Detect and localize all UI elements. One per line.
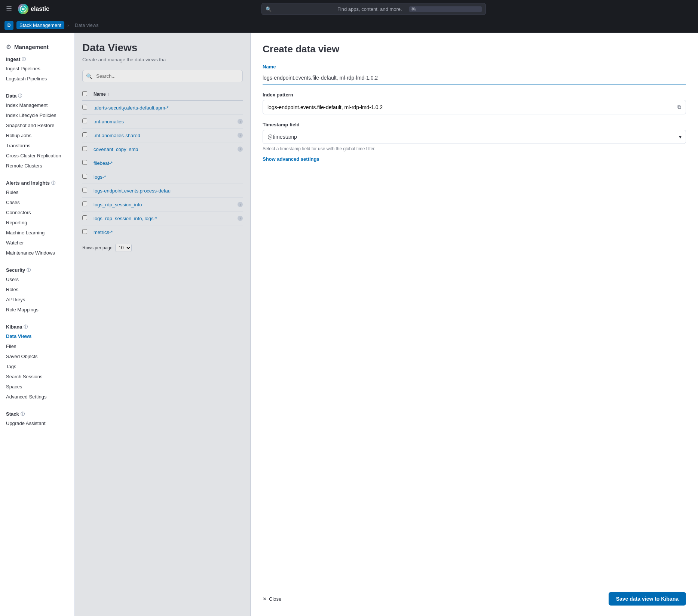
sidebar-item-ingest-pipelines[interactable]: Ingest Pipelines	[0, 64, 74, 74]
data-view-link[interactable]: .alerts-security.alerts-default,apm-*	[94, 105, 243, 111]
top-nav: ☰ elastic 🔍 Find apps, content, and more…	[0, 0, 698, 18]
data-view-link[interactable]: metrics-*	[94, 230, 243, 235]
timestamp-select-wrap: @timestamp No timestamp field event.crea…	[263, 130, 686, 144]
sort-icon[interactable]: ↑	[107, 92, 110, 96]
panel-subtitle: Create and manage the data views tha	[82, 57, 243, 62]
table-row: .ml-anomalies i	[82, 115, 243, 129]
data-view-link[interactable]: filebeat-*	[94, 160, 243, 166]
sidebar-item-users[interactable]: Users	[0, 274, 74, 284]
row-checkbox[interactable]	[82, 229, 87, 234]
sidebar-item-maintenance-windows[interactable]: Maintenance Windows	[0, 248, 74, 258]
data-view-link[interactable]: .ml-anomalies-shared	[94, 133, 236, 138]
row-checkbox[interactable]	[82, 132, 87, 137]
sidebar-item-advanced-settings[interactable]: Advanced Settings	[0, 392, 74, 402]
sidebar-section-ingest: Ingest ⓘ	[0, 53, 74, 64]
sidebar-item-role-mappings[interactable]: Role Mappings	[0, 305, 74, 315]
sidebar-item-search-sessions[interactable]: Search Sessions	[0, 372, 74, 382]
info-badge: i	[238, 147, 243, 152]
sidebar-item-tags[interactable]: Tags	[0, 361, 74, 372]
sidebar-item-logstash-pipelines[interactable]: Logstash Pipelines	[0, 74, 74, 84]
close-button[interactable]: ✕ Close	[263, 593, 281, 605]
data-view-link[interactable]: .ml-anomalies	[94, 119, 236, 124]
row-checkbox[interactable]	[82, 188, 87, 192]
name-column-header: Name ↑	[94, 92, 243, 97]
data-view-link[interactable]: logs_rdp_session_info, logs-*	[94, 216, 236, 221]
logo-text: elastic	[31, 6, 49, 12]
index-pattern-box: ⧉	[263, 100, 686, 114]
info-badge: i	[238, 119, 243, 124]
data-views-panel: Data Views Create and manage the data vi…	[75, 33, 251, 616]
create-panel-footer: ✕ Close Save data view to Kibana	[263, 583, 686, 606]
advanced-settings-link[interactable]: Show advanced settings	[263, 156, 319, 162]
table-row: .alerts-security.alerts-default,apm-*	[82, 101, 243, 115]
select-all-checkbox[interactable]	[82, 91, 94, 97]
divider	[0, 405, 74, 405]
sidebar-item-index-lifecycle[interactable]: Index Lifecycle Policies	[0, 110, 74, 120]
sidebar-item-saved-objects[interactable]: Saved Objects	[0, 351, 74, 361]
data-view-link[interactable]: covenant_copy_smb	[94, 147, 236, 152]
sidebar-item-files[interactable]: Files	[0, 341, 74, 351]
sidebar-item-cases[interactable]: Cases	[0, 197, 74, 207]
gear-icon: ⚙	[6, 43, 11, 50]
sidebar-section-security: Security ⓘ	[0, 264, 74, 274]
hamburger-button[interactable]: ☰	[4, 3, 13, 15]
sidebar-item-index-management[interactable]: Index Management	[0, 100, 74, 110]
info-badge: i	[238, 133, 243, 138]
divider	[0, 87, 74, 87]
search-shortcut: ⌘/	[409, 6, 482, 12]
name-input[interactable]	[263, 72, 686, 84]
data-view-link[interactable]: logs-*	[94, 174, 243, 180]
global-search-bar[interactable]: 🔍 Find apps, content, and more. ⌘/	[261, 3, 486, 15]
elastic-logo-icon	[18, 4, 28, 14]
close-x-icon: ✕	[263, 596, 267, 602]
create-data-view-panel: Create data view Name Index pattern ⧉ Ti…	[251, 33, 698, 616]
breadcrumb-stack-management[interactable]: Stack Management	[16, 21, 64, 29]
sidebar-item-upgrade-assistant[interactable]: Upgrade Assistant	[0, 418, 74, 428]
svg-point-0	[20, 6, 26, 12]
sidebar-item-rules[interactable]: Rules	[0, 187, 74, 197]
search-wrap: 🔍	[82, 70, 243, 82]
timestamp-helper-text: Select a timestamp field for use with th…	[263, 146, 686, 151]
index-pattern-label: Index pattern	[263, 92, 686, 98]
copy-icon[interactable]: ⧉	[677, 104, 681, 110]
index-pattern-input[interactable]	[267, 104, 677, 110]
sidebar-item-data-views[interactable]: Data Views	[0, 331, 74, 341]
sidebar-item-connectors[interactable]: Connectors	[0, 207, 74, 218]
row-checkbox[interactable]	[82, 201, 87, 206]
data-view-link[interactable]: logs_rdp_session_info	[94, 202, 236, 207]
sidebar-item-rollup-jobs[interactable]: Rollup Jobs	[0, 130, 74, 141]
search-input[interactable]	[82, 70, 243, 82]
row-checkbox[interactable]	[82, 105, 87, 110]
breadcrumb-data-views[interactable]: Data views	[72, 21, 102, 29]
info-icon: ⓘ	[51, 180, 55, 186]
user-avatar[interactable]: D	[4, 21, 13, 30]
sidebar-item-machine-learning[interactable]: Machine Learning	[0, 228, 74, 238]
sidebar-item-transforms[interactable]: Transforms	[0, 141, 74, 151]
sidebar-item-cross-cluster[interactable]: Cross-Cluster Replication	[0, 151, 74, 161]
row-checkbox[interactable]	[82, 118, 87, 123]
sidebar-item-snapshot-restore[interactable]: Snapshot and Restore	[0, 120, 74, 130]
table-row: .ml-anomalies-shared i	[82, 129, 243, 142]
sidebar-item-spaces[interactable]: Spaces	[0, 382, 74, 392]
row-checkbox[interactable]	[82, 146, 87, 151]
table-row: logs_rdp_session_info, logs-* i	[82, 212, 243, 225]
row-checkbox[interactable]	[82, 174, 87, 179]
sidebar-section-alerts: Alerts and Insights ⓘ	[0, 177, 74, 187]
info-icon: ⓘ	[22, 56, 26, 62]
create-panel-title: Create data view	[263, 43, 686, 55]
rows-per-page: Rows per page: 10 25 50	[82, 244, 243, 252]
row-checkbox[interactable]	[82, 160, 87, 165]
rows-per-page-select[interactable]: 10 25 50	[115, 244, 132, 252]
data-view-link[interactable]: logs-endpoint.events.process-defau	[94, 188, 243, 194]
sidebar-item-watcher[interactable]: Watcher	[0, 238, 74, 248]
name-label: Name	[263, 64, 686, 70]
table-row: logs_rdp_session_info i	[82, 198, 243, 212]
save-button[interactable]: Save data view to Kibana	[609, 592, 686, 606]
sidebar-item-reporting[interactable]: Reporting	[0, 218, 74, 228]
row-checkbox[interactable]	[82, 215, 87, 220]
timestamp-select[interactable]: @timestamp No timestamp field event.crea…	[263, 130, 686, 144]
info-badge: i	[238, 216, 243, 221]
sidebar-item-api-keys[interactable]: API keys	[0, 295, 74, 305]
sidebar-item-remote-clusters[interactable]: Remote Clusters	[0, 161, 74, 171]
sidebar-item-roles[interactable]: Roles	[0, 284, 74, 295]
